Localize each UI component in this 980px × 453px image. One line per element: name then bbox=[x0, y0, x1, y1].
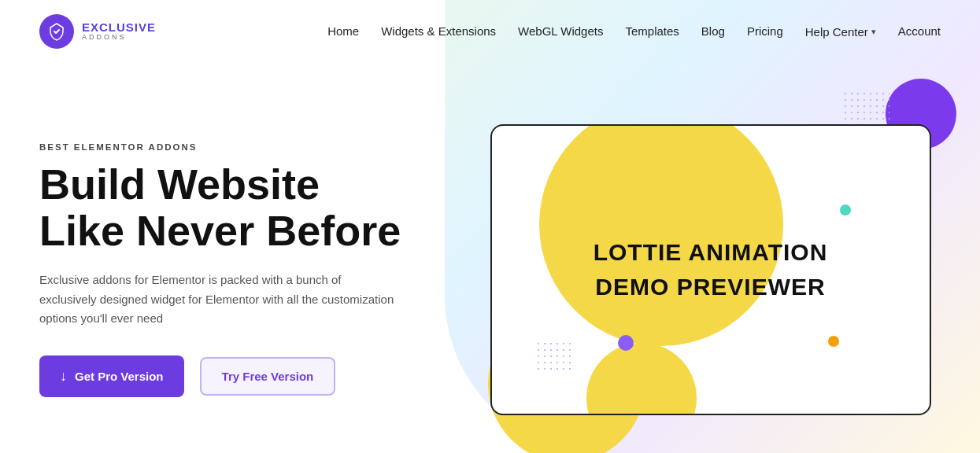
nav-links: Home Widgets & Extensions WebGL Widgets … bbox=[327, 24, 941, 39]
demo-yellow-circle-bottom bbox=[586, 343, 697, 415]
demo-gold-dot bbox=[828, 336, 839, 347]
logo-main-text: EXCLUSIVE bbox=[82, 21, 156, 35]
demo-teal-dot bbox=[840, 204, 851, 215]
download-icon: ↓ bbox=[60, 368, 67, 385]
hero-badge: BEST ELEMENTOR ADDONS bbox=[39, 142, 449, 152]
nav-blog[interactable]: Blog bbox=[701, 24, 725, 38]
logo-text: EXCLUSIVE ADDONS bbox=[82, 21, 156, 42]
hero-right: LOTTIE ANIMATION DEMO PREVIEWER bbox=[449, 124, 941, 415]
get-pro-button[interactable]: ↓ Get Pro Version bbox=[39, 355, 184, 397]
demo-card: LOTTIE ANIMATION DEMO PREVIEWER bbox=[490, 124, 931, 415]
hero-buttons: ↓ Get Pro Version Try Free Version bbox=[39, 355, 449, 397]
demo-purple-dot bbox=[618, 335, 634, 351]
nav-home[interactable]: Home bbox=[327, 24, 359, 38]
try-free-button[interactable]: Try Free Version bbox=[200, 357, 336, 396]
demo-text-line2: DEMO PREVIEWER bbox=[594, 274, 828, 300]
demo-dots-bottom-left bbox=[535, 341, 573, 370]
logo-icon bbox=[39, 14, 74, 49]
nav-widgets[interactable]: Widgets & Extensions bbox=[381, 24, 496, 38]
chevron-down-icon: ▾ bbox=[871, 27, 876, 37]
demo-yellow-circle bbox=[539, 124, 783, 346]
nav-templates[interactable]: Templates bbox=[625, 24, 679, 38]
hero-title: Build Website Like Never Before bbox=[39, 161, 449, 255]
nav-webgl[interactable]: WebGL Widgets bbox=[518, 24, 603, 38]
nav-pricing[interactable]: Pricing bbox=[747, 24, 783, 38]
navbar: EXCLUSIVE ADDONS Home Widgets & Extensio… bbox=[0, 0, 980, 63]
logo-sub-text: ADDONS bbox=[82, 34, 156, 42]
nav-help-center[interactable]: Help Center ▾ bbox=[805, 25, 876, 39]
demo-text-area: LOTTIE ANIMATION DEMO PREVIEWER bbox=[594, 239, 828, 300]
logo-svg bbox=[47, 22, 66, 41]
logo-link[interactable]: EXCLUSIVE ADDONS bbox=[39, 14, 156, 49]
hero-left: BEST ELEMENTOR ADDONS Build Website Like… bbox=[39, 142, 449, 397]
demo-text-line1: LOTTIE ANIMATION bbox=[594, 239, 828, 266]
hero-section: BEST ELEMENTOR ADDONS Build Website Like… bbox=[0, 63, 980, 453]
nav-account[interactable]: Account bbox=[898, 24, 941, 38]
hero-description: Exclusive addons for Elementor is packed… bbox=[39, 271, 401, 329]
